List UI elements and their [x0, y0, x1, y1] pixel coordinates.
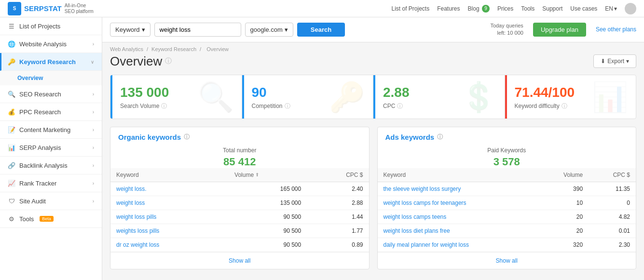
export-down-icon: ⬇ — [601, 58, 605, 65]
keyword-icon: 🔑 — [8, 58, 15, 66]
volume-sort-icon[interactable]: ⬆ — [255, 172, 259, 177]
sidebar-item-list-of-projects[interactable]: ☰ List of Projects — [0, 17, 102, 35]
breadcrumb-part-2[interactable]: Keyword Research — [151, 46, 196, 52]
sidebar-item-ppc-research[interactable]: 💰 PPC Research › — [0, 103, 102, 121]
chevron-right-icon-7: › — [93, 181, 94, 186]
ads-show-all[interactable]: Show all — [378, 252, 636, 269]
sidebar-label-ppc-research: PPC Research — [19, 108, 61, 116]
queries-label: Today queries — [490, 22, 523, 29]
accent-bar-4 — [505, 75, 507, 119]
nav-link-projects[interactable]: List of Projects — [391, 5, 429, 12]
ppc-icon: 💰 — [8, 108, 15, 116]
ads-total-label: Paid Keywords — [378, 145, 636, 156]
sidebar-item-website-analysis[interactable]: 🌐 Website Analysis › — [0, 35, 102, 53]
metric-bg-icon-2: 🔑 — [329, 80, 365, 114]
difficulty-info-icon[interactable]: ⓘ — [562, 102, 567, 110]
table-row: weights loss pills 90 500 1.77 — [110, 224, 369, 238]
sidebar-label-website-analysis: Website Analysis — [19, 40, 67, 48]
sidebar-item-seo-research[interactable]: 🔍 SEO Research › — [0, 85, 102, 103]
cpc-info-icon[interactable]: ⓘ — [397, 102, 403, 110]
dropdown-arrow-icon: ▾ — [142, 26, 145, 33]
top-nav-links: List of Projects Features Blog 9 Prices … — [391, 3, 636, 14]
queries-left: left: 10 000 — [490, 29, 523, 37]
content-area: Keyword ▾ google.com ▾ Search Today quer… — [102, 17, 644, 280]
content-icon: 📝 — [8, 126, 15, 133]
sidebar-item-keyword-research[interactable]: 🔑 Keyword Research ∨ — [0, 53, 102, 71]
nav-link-use-cases[interactable]: Use cases — [570, 5, 597, 12]
sidebar-item-content-marketing[interactable]: 📝 Content Marketing › — [0, 121, 102, 139]
metric-bg-icon-3: 💲 — [461, 80, 497, 114]
breadcrumb: Web Analytics / Keyword Research / Overv… — [110, 42, 636, 54]
ads-info-icon[interactable]: ⓘ — [437, 133, 443, 141]
sidebar-label-content-marketing: Content Marketing — [19, 126, 70, 133]
title-info-icon[interactable]: ⓘ — [165, 57, 172, 66]
sidebar-label-serp-analysis: SERP Analysis — [19, 144, 61, 151]
organic-info-icon[interactable]: ⓘ — [184, 133, 190, 141]
nav-link-tools[interactable]: Tools — [521, 5, 534, 12]
blog-badge: 9 — [482, 5, 490, 13]
sidebar-item-site-audit[interactable]: 🛡 Site Audit › — [0, 192, 102, 210]
metric-card-cpc: 2.88 CPC ⓘ 💲 — [373, 75, 505, 119]
serp-icon: 📊 — [8, 144, 15, 151]
search-bar-area: Keyword ▾ google.com ▾ Search Today quer… — [102, 17, 644, 42]
sidebar-item-serp-analysis[interactable]: 📊 SERP Analysis › — [0, 139, 102, 157]
metric-bg-icon-4: 📊 — [592, 80, 628, 114]
search-volume-info-icon[interactable]: ⓘ — [161, 102, 167, 110]
ads-col-volume: Volume — [538, 168, 589, 182]
organic-col-cpc: CPC $ — [307, 168, 369, 182]
chevron-down-icon: ∨ — [91, 59, 94, 65]
sidebar-item-rank-tracker[interactable]: 📈 Rank Tracker › — [0, 174, 102, 192]
breadcrumb-part-1[interactable]: Web Analytics — [110, 46, 143, 52]
export-button[interactable]: ⬇ Export ▾ — [593, 54, 636, 68]
organic-total-value: 85 412 — [110, 156, 369, 168]
upgrade-plan-button[interactable]: Upgrade plan — [533, 23, 586, 37]
nav-link-blog[interactable]: Blog 9 — [468, 5, 490, 13]
logo-area: S SERPSTAT All-in-One SEO platform — [8, 2, 94, 15]
table-row: weight loss diet plans free 20 0.01 — [378, 224, 636, 238]
seo-icon: 🔍 — [8, 90, 15, 98]
search-input[interactable] — [154, 23, 241, 37]
metric-bg-icon-1: 🔍 — [198, 80, 234, 114]
sidebar-item-tools[interactable]: ⚙ Tools Beta — [0, 210, 102, 228]
table-row: weight loss camps teens 20 4.82 — [378, 210, 636, 224]
sidebar-sub-overview[interactable]: Overview — [0, 71, 102, 85]
engine-arrow-icon: ▾ — [285, 26, 288, 33]
sidebar-label-backlink-analysis: Backlink Analysis — [19, 162, 68, 169]
page-content: Web Analytics / Keyword Research / Overv… — [102, 42, 644, 280]
organic-col-keyword: Keyword — [110, 168, 229, 182]
ads-keywords-section: Ads keywords ⓘ Paid Keywords 3 578 Keywo… — [377, 127, 637, 269]
nav-link-features[interactable]: Features — [437, 5, 460, 12]
sidebar-label-tools: Tools — [19, 215, 34, 223]
logo-tagline: All-in-One SEO platform — [65, 3, 94, 14]
breadcrumb-part-3: Overview — [206, 46, 229, 52]
language-selector[interactable]: EN ▾ — [605, 5, 617, 12]
search-engine-dropdown[interactable]: google.com ▾ — [245, 23, 293, 37]
chevron-right-icon-2: › — [93, 92, 94, 97]
nav-link-support[interactable]: Support — [542, 5, 562, 12]
beta-badge: Beta — [40, 216, 54, 222]
organic-keywords-title: Organic keywords ⓘ — [118, 133, 361, 141]
table-row: dr oz weight loss 90 500 0.89 — [110, 238, 369, 252]
metric-card-competition: 90 Competition ⓘ 🔑 — [242, 75, 374, 119]
sidebar-label-keyword-research: Keyword Research — [19, 58, 76, 66]
organic-total-label: Total number — [110, 145, 369, 156]
search-button[interactable]: Search — [297, 23, 345, 37]
page-title: Overview ⓘ — [110, 54, 172, 69]
search-type-dropdown[interactable]: Keyword ▾ — [110, 23, 151, 37]
tools-icon: ⚙ — [8, 215, 15, 223]
competition-info-icon[interactable]: ⓘ — [285, 102, 290, 110]
organic-show-all[interactable]: Show all — [110, 252, 369, 269]
nav-link-prices[interactable]: Prices — [497, 5, 513, 12]
metric-card-keyword-difficulty: 71.44/100 Keyword difficulty ⓘ 📊 — [505, 75, 636, 119]
sidebar-item-backlink-analysis[interactable]: 🔗 Backlink Analysis › — [0, 157, 102, 174]
search-type-label: Keyword — [115, 26, 140, 33]
chevron-right-icon-4: › — [93, 127, 94, 133]
audit-icon: 🛡 — [8, 197, 15, 205]
backlink-icon: 🔗 — [8, 161, 15, 169]
user-avatar[interactable] — [625, 3, 636, 14]
tables-row: Organic keywords ⓘ Total number 85 412 K… — [110, 127, 636, 269]
list-icon: ☰ — [8, 22, 15, 30]
see-plans-link[interactable]: See other plans — [596, 26, 636, 33]
metric-card-search-volume: 135 000 Search Volume ⓘ 🔍 — [110, 75, 242, 119]
main-layout: ☰ List of Projects 🌐 Website Analysis › … — [0, 17, 644, 280]
